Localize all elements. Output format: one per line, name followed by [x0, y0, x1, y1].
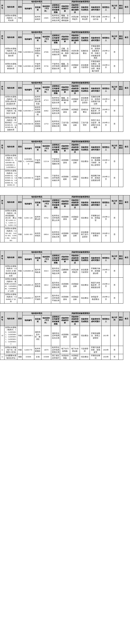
- cell-risk2: 水质稳定达标: [70, 154, 80, 169]
- cell-name: 饮用水水源地（地表水）G4304MS-40 紫溪水库及连接水库: [4, 264, 17, 278]
- cell-risk3: 综合整治: [80, 278, 90, 293]
- cell-note: [119, 116, 123, 132]
- cell-count: 14070: [41, 346, 51, 354]
- cell-flag: 否: [110, 116, 119, 132]
- section-1: 序号 地块名称 级别 地块基本情况 风险管控或修复案情况 纳入时间 移出标识 备…: [0, 0, 130, 22]
- cell-name: 饮用水水源地（地表水）临安青山湖水库及连接水库: [4, 95, 17, 106]
- cell-code: G4301MS-06: [22, 116, 34, 132]
- cell-location: 杭州市临安区青山湖街道: [34, 95, 41, 106]
- cell-level: 市级: [17, 227, 22, 242]
- cell-risk2: 水质稳定达标: [70, 95, 80, 106]
- th-move: 移出标识: [119, 312, 123, 326]
- section-7: 序号 地块名称 级别 地块基本情况 风险管控或修复案情况 纳入时间 移出标识 备…: [0, 312, 130, 360]
- th-note: 备注: [123, 30, 130, 44]
- cell-flag: 否: [110, 60, 119, 73]
- cell-level: 省级: [17, 354, 22, 360]
- th-count: 地块面积（平方米）: [41, 315, 51, 326]
- cell-seq: [0, 227, 4, 242]
- cell-flag: 否: [110, 264, 119, 278]
- th-impl: 风险管控或修复措施实施情况: [70, 315, 80, 326]
- cell-note: [119, 278, 123, 293]
- th-count: 地块面积（平方米）: [41, 4, 51, 14]
- cell-risk1: 水质偶有波动: [60, 278, 70, 293]
- th-person: 管理责任人: [101, 199, 110, 209]
- cell-note: [119, 227, 123, 242]
- cell-flag: 否: [110, 293, 119, 304]
- cell-date: 2020年12月: [101, 264, 110, 278]
- table-row: 饮用水水源地（地表水）G4301-302、G4301-303、G4301-304…: [0, 227, 130, 242]
- cell-risk1: 水质偶有波动: [60, 106, 70, 116]
- th-complete-time: 风险管控完成时间预计: [90, 4, 101, 14]
- cell-level: 市级: [17, 278, 22, 293]
- th-move: 移出标识: [119, 195, 123, 209]
- cell-name: 饮用水水源地（地表水）G4301-302、G4301-303、G4301-304…: [4, 227, 17, 242]
- cell-flag: 否: [110, 106, 119, 116]
- th-code: 地块编号: [22, 4, 34, 14]
- table-row: 饮用水水源地（地表水）G4303MS-02、G4303MS-14、G4303MS…: [0, 169, 130, 187]
- th-complete-time: 风险管控完成时间预计: [90, 144, 101, 154]
- th-unit: 进展情况及风险管控或修复措施: [51, 315, 60, 326]
- th-target: 风险管控或修复目标: [60, 254, 70, 265]
- cell-note: [119, 264, 123, 278]
- cell-code: G4303MS-26: [22, 60, 34, 73]
- cell-location: 嘉兴市海盐县: [34, 264, 41, 278]
- cell-level: 市级: [17, 264, 22, 278]
- cell-status: 宁波市生态环境局余姚分局: [51, 169, 60, 187]
- cell-seq: [0, 293, 4, 304]
- cell-date: 2020年12月: [101, 209, 110, 227]
- cell-risk3: 综合整治: [80, 169, 90, 187]
- th-person: 管理责任人: [101, 4, 110, 14]
- cell-measure: 开展流域整治，加强上游管控: [90, 326, 101, 346]
- cell-count: 44462: [41, 106, 51, 116]
- cell-name: 饮用水水源地（地表水）公司水库: [4, 14, 17, 22]
- cell-name: 饮用水水源地（地表水）四明山水库及连接水库: [4, 44, 17, 60]
- cell-count: 23605: [41, 14, 51, 22]
- cell-date: 2020年12月: [101, 14, 110, 22]
- th-move: 移出标识: [119, 140, 123, 154]
- cell-name: 饮用水水源地（地表水）G4304MS-57 水库: [4, 293, 17, 304]
- th-move: 移出标识: [119, 0, 123, 14]
- cell-note: [119, 169, 123, 187]
- table-2: 序号 地块名称 级别 地块基本情况 风险管控或修复案情况 纳入时间 移出标识 备…: [0, 30, 130, 73]
- th-code: 地块编号: [22, 34, 34, 45]
- table-row: 饮用水水源地（地表水）临安青山湖水库及连接水库 市级 G4301MS-07 杭州…: [0, 95, 130, 106]
- cell-measure: 加强监管，推进整治: [90, 293, 101, 304]
- cell-seq: [0, 116, 4, 132]
- cell-seq: 11: [0, 346, 4, 354]
- th-person: 管理责任人: [101, 144, 110, 154]
- th-level: 级别: [17, 251, 22, 264]
- cell-date: 2020年12月: [101, 44, 110, 60]
- th-move: 移出标识: [119, 81, 123, 95]
- th-complete-time: 风险管控完成时间预计: [90, 34, 101, 45]
- table-7: 序号 地块名称 级别 地块基本情况 风险管控或修复案情况 纳入时间 移出标识 备…: [0, 312, 130, 360]
- th-complete-time: 风险管控完成时间预计: [90, 85, 101, 95]
- th-basic: 地块基本情况: [22, 140, 51, 144]
- cell-measure: 开展流域综合整治: [90, 227, 101, 242]
- table-5: 序号 地块名称 级别 地块基本情况 风险管控或修复案情况 纳入时间 移出标识 备…: [0, 195, 130, 242]
- cell-risk3: 实施综合整治: [80, 44, 90, 60]
- cell-seq: 10: [0, 326, 4, 346]
- th-move: 移出标识: [119, 30, 123, 44]
- cell-count: 47313: [41, 95, 51, 106]
- cell-level: 市级: [17, 14, 22, 22]
- cell-risk2: 水质稳定达标: [70, 326, 80, 346]
- cell-level: 市级: [17, 326, 22, 346]
- cell-risk2: 水质达标率提升: [70, 264, 80, 278]
- th-code: 地块编号: [22, 254, 34, 265]
- table-6: 序号 地块名称 级别 地块基本情况 风险管控或修复案情况 纳入时间 移出标识 备…: [0, 250, 130, 304]
- cell-count: 103698: [41, 354, 51, 360]
- cell-code: 103698: [22, 354, 34, 360]
- table-row: 11 饮用水水源地（地下水）富阳区G5区域 市级 G4301770 杭州市富阳区…: [0, 346, 130, 354]
- th-complete: 风险管控完成情况: [80, 34, 90, 45]
- cell-risk1: 总磷偶有超标: [60, 264, 70, 278]
- cell-date: 2020年12月: [101, 278, 110, 293]
- table-row: 饮用水水源地（地表水）富阳渌渚江（G4301MS-05、G4301MS-06）及…: [0, 116, 130, 132]
- th-code: 地块编号: [22, 199, 34, 209]
- cell-seq: [0, 169, 4, 187]
- th-level: 级别: [17, 81, 22, 95]
- th-unit: 进展情况及风险管控或修复措施: [51, 254, 60, 265]
- cell-code: G4301-128: [22, 209, 34, 227]
- th-count: 地块面积（平方米）: [41, 34, 51, 45]
- cell-level: 市级: [17, 293, 22, 304]
- th-time: 纳入时间: [110, 81, 119, 95]
